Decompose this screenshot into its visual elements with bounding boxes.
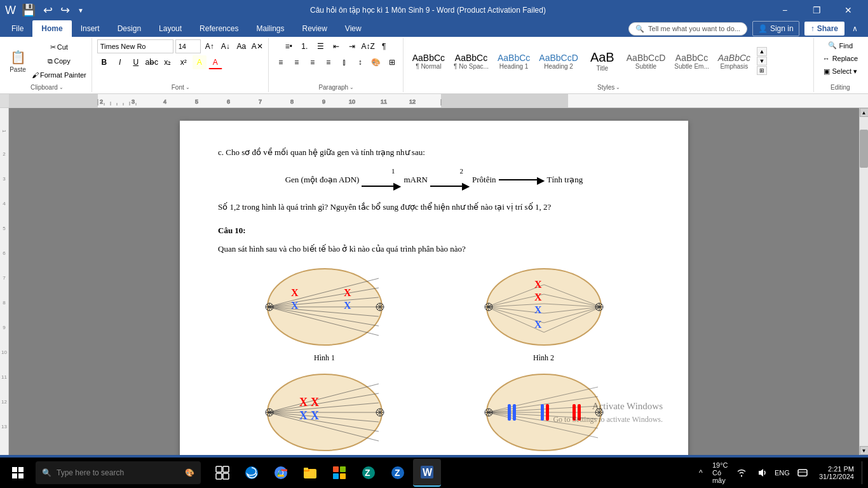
style-subtle-emphasis[interactable]: AaBbCc Subtle Em... [670,49,712,73]
customize-quick-access-button[interactable]: ▼ [76,5,86,16]
styles-scroll-up[interactable]: ▲ [757,47,767,56]
scroll-thumb[interactable] [860,130,868,168]
undo-button[interactable]: ↩ [41,1,55,19]
save-button[interactable]: 💾 [20,1,37,19]
show-formatting-button[interactable]: ¶ [377,39,391,53]
styles-expand[interactable]: ⊞ [757,66,767,75]
subscript-button[interactable]: x₂ [161,55,175,69]
align-center-button[interactable]: ≡ [290,55,304,69]
task-view-icon[interactable] [208,459,236,487]
superscript-button[interactable]: x² [177,55,191,69]
svg-rect-141 [798,470,807,476]
tab-view[interactable]: View [336,20,370,37]
tell-me-input[interactable]: 🔍 Tell me what you want to do... [628,22,747,36]
tab-design[interactable]: Design [109,20,150,37]
volume-icon[interactable] [753,461,771,484]
tab-review[interactable]: Review [293,20,336,37]
tab-insert[interactable]: Insert [72,20,109,37]
tab-mailings[interactable]: Mailings [247,20,293,37]
style-emphasis[interactable]: AaBbCc Emphasis [714,49,754,73]
style-title[interactable]: AaB Title [583,49,621,73]
file-explorer-icon[interactable] [296,459,324,487]
multilevel-list-button[interactable]: ☰ [313,39,327,53]
find-button[interactable]: 🔍 Find [824,39,857,51]
close-button[interactable]: ✕ [834,0,863,20]
ribbon-collapse-button[interactable]: ∧ [850,22,860,36]
select-button[interactable]: ▣ Select ▾ [820,65,862,78]
store-icon[interactable] [325,459,353,487]
bullets-button[interactable]: ≡• [281,39,295,53]
arrow3-line: ▶ [499,172,545,189]
italic-button[interactable]: I [113,55,127,69]
font-name-input[interactable] [97,39,173,53]
align-right-button[interactable]: ≡ [306,55,320,69]
show-hidden-icons-button[interactable]: ^ [692,461,710,484]
strikethrough-button[interactable]: ab̶c [145,55,159,69]
start-button[interactable] [3,458,33,488]
styles-scroll-down[interactable]: ▼ [757,57,767,65]
decrease-indent-button[interactable]: ⇤ [329,39,343,53]
text-highlight-button[interactable]: A [193,55,207,69]
paste-button[interactable]: 📋 Paste [6,48,29,74]
chrome-icon[interactable] [267,459,295,487]
tab-layout[interactable]: Layout [150,20,191,37]
underline-button[interactable]: U [129,55,143,69]
columns-button[interactable]: ⫿ [337,55,351,69]
align-left-button[interactable]: ≡ [274,55,288,69]
shading-button[interactable]: 🎨 [369,55,383,69]
paragraph-expand-icon[interactable]: ⌄ [349,85,354,90]
change-case-button[interactable]: Aa [234,39,248,53]
restore-button[interactable]: ❐ [802,0,831,20]
clear-format-button[interactable]: A✕ [250,39,264,53]
tab-file[interactable]: File [3,20,32,37]
edge-icon[interactable] [238,459,266,487]
minimize-button[interactable]: − [770,0,799,20]
word-taskbar-icon[interactable]: W [413,459,441,487]
app5-icon[interactable]: Z [355,459,383,487]
border-button[interactable]: ⊞ [385,55,399,69]
share-button[interactable]: ↑ Share [804,22,844,36]
clipboard-expand-icon[interactable]: ⌄ [59,85,64,90]
scroll-up-button[interactable]: ▲ [860,108,869,117]
justify-button[interactable]: ≡ [322,55,336,69]
redo-button[interactable]: ↪ [58,1,72,19]
replace-button[interactable]: ↔ Replace [819,53,862,64]
style-heading1[interactable]: AaBbCc Heading 1 [494,49,534,73]
cut-button[interactable]: ✂ Cut [31,41,88,53]
font-size-input[interactable] [175,39,201,53]
clock[interactable]: 2:21 PM 31/12/2024 [814,465,859,480]
show-desktop-button[interactable] [862,461,865,484]
para-c: c. Cho sơ đồ về mối quan hệ giữa gen và … [218,146,650,159]
document-area[interactable]: c. Cho sơ đồ về mối quan hệ giữa gen và … [9,108,859,455]
sign-in-button[interactable]: 👤 Sign in [752,21,799,36]
app6-icon[interactable]: Z [384,459,412,487]
style-subtitle[interactable]: AaBbCcD Subtitle [623,49,669,73]
font-expand-icon[interactable]: ⌄ [186,85,190,90]
styles-expand-icon[interactable]: ⌄ [616,85,620,90]
tab-home[interactable]: Home [32,20,71,37]
bold-button[interactable]: B [97,55,111,69]
style-no-spacing[interactable]: AaBbCc ¶ No Spac... [450,49,492,73]
format-painter-button[interactable]: 🖌 Format Painter [31,69,88,81]
ruler-mark-5: 5 [3,226,5,231]
copy-button[interactable]: ⧉ Copy [31,55,88,67]
arrow1-shaft [362,186,393,187]
notification-icon[interactable] [794,461,811,484]
style-normal[interactable]: AaBbCc ¶ Normal [409,49,449,73]
style-heading2[interactable]: AaBbCcD Heading 2 [535,49,581,73]
font-color-button[interactable]: A [208,55,222,69]
scroll-track[interactable] [860,117,868,446]
document-page[interactable]: c. Cho sơ đồ về mối quan hệ giữa gen và … [180,121,688,455]
line-spacing-button[interactable]: ↕ [353,55,367,69]
numbering-button[interactable]: 1. [297,39,311,53]
network-icon[interactable] [733,461,750,484]
decrease-font-button[interactable]: A↓ [219,39,233,53]
taskbar-search-box[interactable]: 🔍 Type here to search 🎨 [36,461,201,484]
language-indicator[interactable]: ENG [773,461,791,484]
scroll-down-button[interactable]: ▼ [860,446,869,455]
tab-references[interactable]: References [191,20,247,37]
increase-font-button[interactable]: A↑ [203,39,217,53]
increase-indent-button[interactable]: ⇥ [345,39,359,53]
sort-button[interactable]: A↕Z [361,39,375,53]
weather-indicator[interactable]: 19°C Có mây [712,461,730,484]
